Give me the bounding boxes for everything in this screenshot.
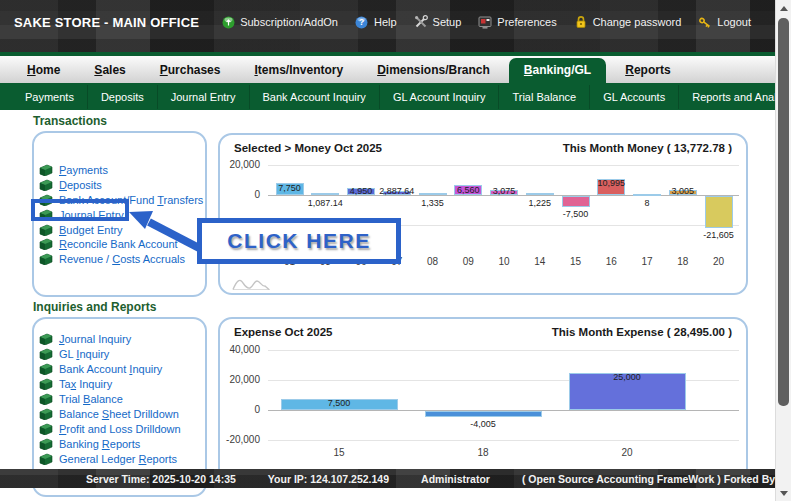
content-area: Transactions PaymentsDepositsBank Accoun…: [0, 110, 775, 469]
sidebar-link-trial-balance[interactable]: Trial Balance: [39, 391, 205, 406]
tab-purchases[interactable]: Purchases: [145, 58, 236, 83]
y-axis-label: -20,000: [226, 434, 260, 446]
submenu-item-bank-account-inquiry[interactable]: Bank Account Inquiry: [250, 85, 380, 109]
header-actions: Subscription/AddOn?HelpSetupPreferencesC…: [221, 15, 751, 29]
sidebar-link-journal-inquiry[interactable]: Journal Inquiry: [39, 331, 205, 346]
bar-value-label: 1,335: [403, 198, 463, 208]
book-icon: [39, 333, 53, 345]
tab-dimensions-branch[interactable]: Dimensions/Branch: [362, 58, 505, 83]
tab-home[interactable]: Home: [12, 58, 75, 83]
action-label: Logout: [717, 16, 751, 28]
company-title: SAKE STORE - MAIN OFFICE: [14, 15, 199, 30]
submenu-item-trial-balance[interactable]: Trial Balance: [499, 85, 590, 109]
bar-value-label: 7,500: [309, 398, 369, 408]
addon-orb-icon: [221, 15, 235, 29]
scrollbar-thumb[interactable]: [778, 18, 789, 406]
vertical-scrollbar[interactable]: [775, 0, 791, 501]
transactions-heading: Transactions: [33, 114, 107, 128]
book-icon: [39, 179, 53, 191]
bar-value-label: 10,995: [581, 178, 641, 188]
sidebar-link-profit-and-loss-drilldown[interactable]: Profit and Loss Drilldown: [39, 421, 205, 436]
app-window: SAKE STORE - MAIN OFFICE Subscription/Ad…: [0, 0, 791, 501]
status-bar: Server Time: 2025-10-20 14:35Your IP: 12…: [0, 469, 775, 488]
expense-chart-panel: Expense Oct 2025 This Month Expense ( 28…: [218, 317, 748, 487]
x-axis-label: 17: [627, 256, 667, 267]
x-axis-label: 20: [607, 447, 647, 458]
svg-text:?: ?: [359, 17, 364, 27]
status-item: Administrator: [421, 473, 490, 485]
x-axis-label: 09: [448, 256, 488, 267]
setup-button[interactable]: Setup: [414, 15, 462, 29]
tab-sales[interactable]: Sales: [79, 58, 140, 83]
submenu-item-gl-account-inquiry[interactable]: GL Account Inquiry: [380, 85, 500, 109]
y-axis-label: 40,000: [229, 344, 260, 356]
sidebar-link-banking-reports[interactable]: Banking Reports: [39, 436, 205, 451]
logout-button[interactable]: Logout: [698, 15, 751, 29]
x-axis-label: 14: [520, 256, 560, 267]
gridline: [268, 350, 739, 351]
bar-18: [425, 411, 542, 417]
arrow-down-icon: [780, 491, 788, 496]
submenu-item-payments[interactable]: Payments: [12, 85, 88, 109]
link-label: Budget Entry: [59, 224, 123, 236]
preferences-button[interactable]: Preferences: [478, 15, 556, 29]
padlock-icon: [574, 15, 588, 29]
submenu-item-journal-entry[interactable]: Journal Entry: [158, 85, 250, 109]
sidebar-link-payments[interactable]: Payments: [39, 163, 205, 178]
book-icon: [39, 224, 53, 236]
key-icon: [698, 15, 712, 29]
link-label: Bank Account Inquiry: [59, 363, 162, 375]
annotation-arrow: [123, 200, 207, 254]
subscription-addon-button[interactable]: Subscription/AddOn: [221, 15, 338, 29]
preferences-icon: [478, 15, 492, 29]
submenu-item-gl-accounts[interactable]: GL Accounts: [590, 85, 679, 109]
sidebar-link-bank-account-inquiry[interactable]: Bank Account Inquiry: [39, 361, 205, 376]
scroll-up-button[interactable]: [776, 0, 791, 16]
gridline: [268, 440, 739, 441]
banking-gl-submenu: PaymentsDepositsJournal EntryBank Accoun…: [0, 83, 775, 110]
scroll-down-button[interactable]: [776, 485, 791, 501]
x-axis-label: 20: [699, 256, 739, 267]
action-label: Subscription/AddOn: [240, 16, 338, 28]
x-axis-label: 16: [591, 256, 631, 267]
bar-value-label: 1,087.14: [295, 198, 355, 208]
change-password-button[interactable]: Change password: [574, 15, 682, 29]
book-icon: [39, 453, 53, 465]
book-icon: [39, 408, 53, 420]
tab-items-inventory[interactable]: Items/Inventory: [239, 58, 358, 83]
book-icon: [39, 393, 53, 405]
link-label: Journal Inquiry: [59, 333, 131, 345]
sidebar-link-tax-inquiry[interactable]: Tax Inquiry: [39, 376, 205, 391]
link-label: GL Inquiry: [59, 348, 109, 360]
action-label: Preferences: [497, 16, 556, 28]
journal-entry-highlight-box: [31, 199, 129, 221]
y-axis-label: 0: [254, 404, 260, 416]
click-here-text: CLICK HERE: [227, 229, 370, 253]
book-icon: [39, 423, 53, 435]
submenu-item-deposits[interactable]: Deposits: [88, 85, 158, 109]
money-chart-plot: 20,00007,750011,087.14034,950062,887.640…: [220, 135, 746, 293]
sidebar-link-general-ledger-reports[interactable]: General Ledger Reports: [39, 451, 205, 466]
bar-value-label: 1,225: [510, 198, 570, 208]
link-label: Tax Inquiry: [59, 378, 112, 390]
expense-chart-title: Expense Oct 2025: [234, 326, 332, 338]
help-button[interactable]: ?Help: [355, 15, 397, 29]
tab-reports[interactable]: Reports: [610, 58, 685, 83]
sidebar-link-revenue-costs-accruals[interactable]: Revenue / Costs Accruals: [39, 252, 205, 267]
book-icon: [39, 438, 53, 450]
bar-value-label: 3,005: [653, 186, 713, 196]
gridline: [268, 165, 739, 166]
sidebar-link-deposits[interactable]: Deposits: [39, 178, 205, 193]
sidebar-link-balance-sheet-drilldown[interactable]: Balance Sheet Drilldown: [39, 406, 205, 421]
money-chart-total: This Month Money ( 13,772.78 ): [563, 142, 732, 154]
money-chart-panel: Selected > Money Oct 2025 This Month Mon…: [218, 133, 748, 295]
top-header-bar: SAKE STORE - MAIN OFFICE Subscription/Ad…: [0, 0, 775, 52]
arrow-up-icon: [780, 6, 788, 11]
bar-value-label: 7,750: [260, 183, 320, 193]
tab-banking-gl[interactable]: Banking/GL: [509, 58, 606, 83]
help-icon: ?: [355, 15, 369, 29]
link-label: Trial Balance: [59, 393, 123, 405]
sidebar-link-gl-inquiry[interactable]: GL Inquiry: [39, 346, 205, 361]
x-axis-label: 18: [663, 256, 703, 267]
y-axis-label: 20,000: [229, 374, 260, 386]
